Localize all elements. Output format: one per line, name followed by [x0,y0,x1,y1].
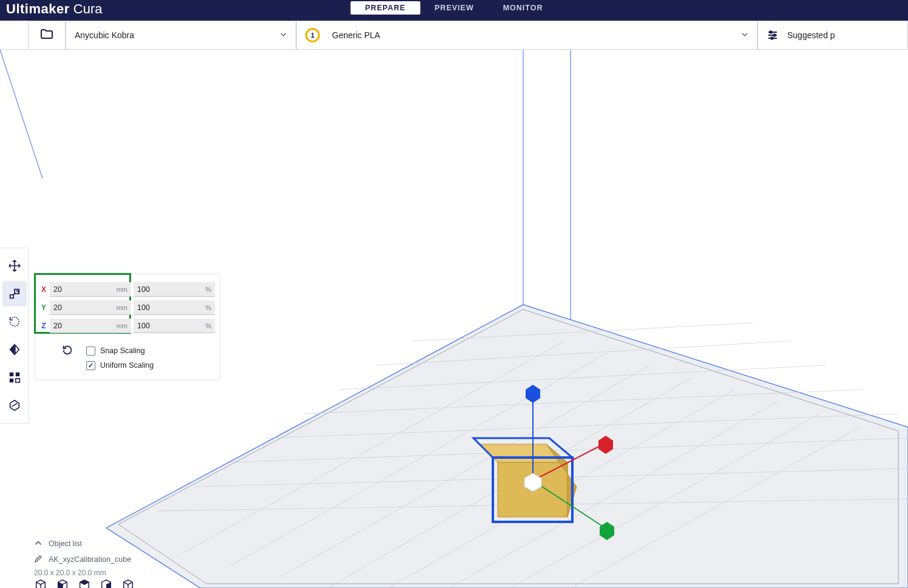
svg-rect-39 [15,373,19,376]
open-file-button[interactable] [28,21,66,50]
mirror-tool[interactable] [2,337,27,362]
scale-z-pct-input[interactable]: 100% [134,319,215,333]
object-list-toggle[interactable]: Object list [34,536,131,552]
uniform-scaling-label: Uniform Scaling [100,361,154,370]
profile-label: Suggested p [787,30,835,40]
extruder-number: 1 [311,32,314,39]
chevron-up-icon [34,539,42,549]
svg-point-1 [773,34,776,36]
object-list: Object list AK_xyzCalibration_cube 20.0 … [34,536,131,577]
object-dimensions: 20.0 x 20.0 x 20.0 mm [34,569,131,577]
sliders-icon [767,29,779,41]
svg-point-0 [770,31,772,33]
transform-toolbar [0,248,29,424]
folder-icon [39,27,54,44]
tab-prepare[interactable]: PREPARE [351,1,421,15]
support-blocker-tool[interactable] [2,393,27,418]
3d-viewport[interactable]: X 20mm 100% Y 20mm 100% Z 20mm 100% Snap… [0,50,908,588]
material-name: Generic PLA [332,30,380,40]
view-3d-icon[interactable] [34,578,47,588]
tab-monitor[interactable]: MONITOR [489,0,558,16]
product-name: Cura [73,2,103,16]
brand-name: Ultimaker [6,2,70,16]
svg-rect-37 [10,295,13,299]
print-settings-select[interactable]: Suggested p [757,21,908,50]
scale-y-mm-input[interactable]: 20mm [50,300,131,315]
object-list-label: Object list [49,539,82,548]
snap-scaling-label: Snap Scaling [100,346,145,355]
printer-name: Anycubic Kobra [75,30,134,40]
view-right-icon[interactable] [121,578,135,588]
scale-panel: X 20mm 100% Y 20mm 100% Z 20mm 100% Snap… [35,274,220,380]
axis-y-label: Y [40,303,47,312]
app-logo: Ultimaker Cura [0,0,113,16]
top-toolbar: Anycubic Kobra 1 Generic PLA Suggested p [0,21,908,50]
checkbox-checked-icon [86,361,95,370]
svg-rect-41 [15,379,19,382]
tab-preview[interactable]: PREVIEW [420,0,489,16]
chevron-down-icon [280,30,287,40]
snap-scaling-toggle[interactable]: Snap Scaling [86,343,154,358]
object-name: AK_xyzCalibration_cube [49,555,131,564]
camera-views [34,578,135,588]
axis-x-label: X [40,285,47,294]
scale-x-pct-input[interactable]: 100% [134,282,215,297]
rotate-tool[interactable] [2,309,27,334]
view-front-icon[interactable] [56,578,69,588]
printer-select[interactable]: Anycubic Kobra [66,21,296,50]
mesh-tool[interactable] [2,365,27,390]
move-tool[interactable] [2,253,27,279]
pencil-icon [34,555,42,565]
scale-z-mm-input[interactable]: 20mm [50,319,131,333]
scale-tool[interactable] [2,281,27,306]
view-top-icon[interactable] [78,578,91,588]
axis-z-label: Z [40,322,47,330]
scale-x-mm-input[interactable]: 20mm [50,282,131,297]
material-select[interactable]: 1 Generic PLA [296,21,757,50]
object-item[interactable]: AK_xyzCalibration_cube [34,552,131,567]
svg-rect-38 [9,373,13,376]
scale-y-pct-input[interactable]: 100% [134,300,215,315]
svg-line-3 [0,50,42,178]
chevron-down-icon [741,30,748,40]
svg-rect-40 [9,379,13,382]
header-bar: Ultimaker Cura PREPARE PREVIEW MONITOR [0,0,908,21]
checkbox-icon [86,346,95,356]
svg-point-2 [771,37,773,39]
uniform-scaling-toggle[interactable]: Uniform Scaling [86,358,154,373]
stage-tabs: PREPARE PREVIEW MONITOR [351,0,558,16]
extruder-icon: 1 [305,28,320,42]
reset-scale-button[interactable] [61,343,74,359]
view-left-icon[interactable] [100,578,113,588]
